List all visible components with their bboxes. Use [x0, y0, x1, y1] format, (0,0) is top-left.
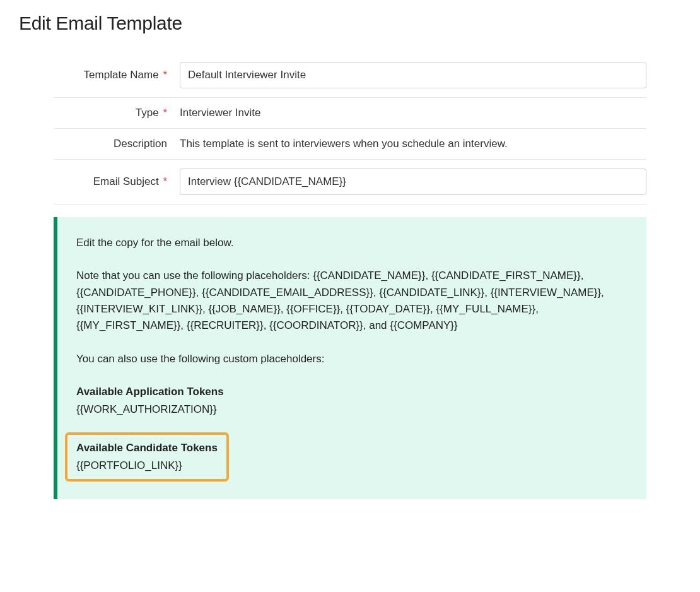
form-section: Template Name * Type * Interviewer Invit… [54, 53, 646, 204]
type-value: Interviewer Invite [180, 107, 646, 119]
template-name-label: Template Name * [54, 69, 180, 81]
description-value: This template is sent to interviewers wh… [180, 138, 646, 150]
email-subject-row: Email Subject * [54, 160, 646, 204]
candidate-tokens-header: Available Candidate Tokens [76, 440, 218, 456]
highlight-box: Available Candidate Tokens {{PORTFOLIO_L… [65, 432, 229, 482]
candidate-tokens-value: {{PORTFOLIO_LINK}} [76, 458, 218, 474]
type-label: Type * [54, 107, 180, 119]
required-asterisk: * [163, 175, 167, 187]
info-intro: Edit the copy for the email below. [76, 235, 627, 251]
email-subject-input[interactable] [180, 169, 646, 195]
application-tokens-header: Available Application Tokens [76, 384, 627, 400]
email-subject-label: Email Subject * [54, 175, 180, 188]
template-name-label-text: Template Name [84, 69, 159, 81]
description-label: Description [54, 138, 180, 150]
placeholders-note: Note that you can use the following plac… [76, 268, 627, 334]
template-name-input[interactable] [180, 62, 646, 88]
template-name-row: Template Name * [54, 53, 646, 98]
description-label-text: Description [114, 138, 167, 150]
page-title: Edit Email Template [19, 13, 681, 34]
required-asterisk: * [163, 107, 167, 119]
email-subject-label-text: Email Subject [93, 175, 159, 187]
application-tokens-value: {{WORK_AUTHORIZATION}} [76, 401, 627, 418]
custom-note: You can also use the following custom pl… [76, 351, 627, 367]
required-asterisk: * [163, 69, 167, 81]
type-row: Type * Interviewer Invite [54, 98, 646, 129]
info-box-wrapper: Edit the copy for the email below. Note … [54, 217, 646, 499]
description-row: Description This template is sent to int… [54, 129, 646, 160]
info-box: Edit the copy for the email below. Note … [54, 217, 646, 499]
type-label-text: Type [136, 107, 159, 119]
